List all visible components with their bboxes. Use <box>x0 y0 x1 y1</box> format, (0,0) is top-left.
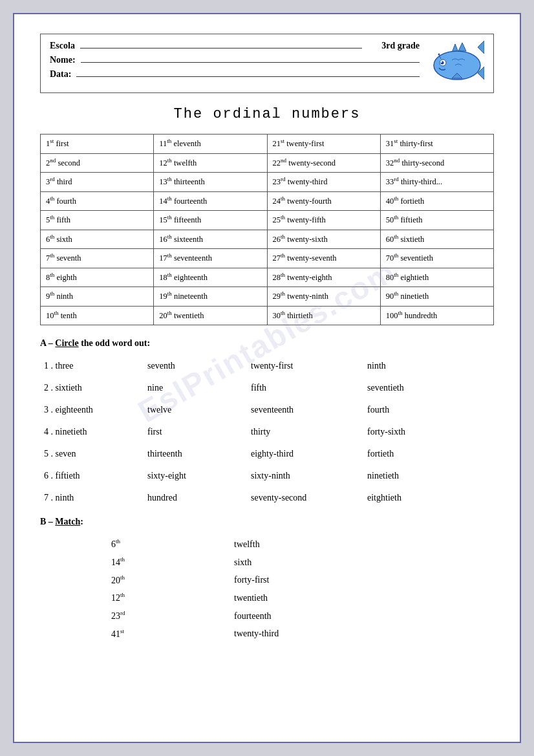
ord-num: 1st first <box>46 139 69 148</box>
word-1: three <box>56 361 74 371</box>
fish-icon <box>433 41 484 86</box>
word-1: sixtieth <box>56 383 82 393</box>
data-underline <box>76 76 420 77</box>
page: EslPrintables.com Escola 3rd grade Nome:… <box>13 13 521 743</box>
ord-num: 21st twenty-first <box>273 139 325 148</box>
ord-num: 70th seventieth <box>386 254 433 263</box>
word-4: forty-sixth <box>363 424 467 440</box>
exercise-row: 7 . ninth hundred seventy-second eitghti… <box>40 490 494 506</box>
svg-marker-0 <box>478 41 484 54</box>
ord-num: 7th seventh <box>46 254 81 263</box>
svg-marker-3 <box>458 43 466 51</box>
ord-num: 19th nineteenth <box>159 292 208 301</box>
ord-num: 100th hundredth <box>386 311 438 320</box>
match-word: fourteenth <box>195 611 325 621</box>
word-4: ninth <box>363 358 467 374</box>
word-4: fortieth <box>363 446 467 462</box>
ex-num: 3 . eighteenth <box>40 402 144 418</box>
match-word: twenty-third <box>195 629 325 639</box>
svg-point-7 <box>441 61 442 63</box>
word-1: ninetieth <box>56 427 87 437</box>
ord-num: 17th seventeenth <box>159 254 212 263</box>
ord-num: 5th fifth <box>46 215 70 224</box>
word-2: first <box>144 424 247 440</box>
word-3: fifth <box>247 380 363 396</box>
page-title: The ordinal numbers <box>40 106 494 122</box>
ex-num: 1 . three <box>40 358 144 374</box>
word-4: ninetieth <box>363 468 467 484</box>
match-row: 23rd fourteenth <box>40 607 494 625</box>
match-row: 6th twelfth <box>40 535 494 553</box>
ord-num: 13th thirteenth <box>159 177 205 186</box>
ord-num: 15th fifteenth <box>159 215 201 224</box>
ord-num: 10th tenth <box>46 311 77 320</box>
match-ordinal-num: 23rd <box>40 610 195 621</box>
ord-num: 33rd thirty-third... <box>386 177 442 186</box>
escola-label: Escola <box>50 41 75 51</box>
nome-underline <box>81 62 420 63</box>
ord-num: 24th twenty-fourth <box>273 197 332 206</box>
word-3: seventy-second <box>247 490 363 506</box>
word-2: seventh <box>144 358 247 374</box>
ex-num: 7 . ninth <box>40 490 144 506</box>
data-line: Data: <box>50 69 420 80</box>
ord-num: 3rd third <box>46 177 72 186</box>
match-word: forty-first <box>195 575 325 585</box>
ord-num: 40th fortieth <box>386 197 424 206</box>
ord-num: 29th twenty-ninth <box>273 292 329 301</box>
ord-num: 4th fourth <box>46 197 76 206</box>
match-ordinal-num: 12th <box>40 592 195 603</box>
word-1: ninth <box>56 493 74 502</box>
ord-num: 27th twenty-seventh <box>273 254 337 263</box>
ord-num: 2nd second <box>46 158 80 167</box>
ord-num: 32nd thirty-second <box>386 158 445 167</box>
ex-num: 4 . ninetieth <box>40 424 144 440</box>
word-3: seventeenth <box>247 402 363 418</box>
ord-num: 9th ninth <box>46 292 73 301</box>
header-box: Escola 3rd grade Nome: Data: <box>40 34 494 93</box>
match-ordinal-num: 20th <box>40 574 195 586</box>
match-row: 41st twenty-third <box>40 625 494 643</box>
ord-num: 6th sixth <box>46 235 72 244</box>
ex-num: 2 . sixtieth <box>40 380 144 396</box>
row-number: 5 . <box>44 449 53 459</box>
word-2: hundred <box>144 490 247 506</box>
word-3: eighty-third <box>247 446 363 462</box>
ord-num: 60th sixtieth <box>386 235 424 244</box>
ex-num: 6 . fiftieth <box>40 468 144 484</box>
row-number: 1 . <box>44 361 53 371</box>
exercise-row: 5 . seven thirteenth eighty-third fortie… <box>40 446 494 462</box>
section-b: B – Match: 6th twelfth 14th sixth 20th f… <box>40 517 494 642</box>
ord-num: 80th eightieth <box>386 273 429 282</box>
ord-num: 18th eighteenth <box>159 273 208 282</box>
header-fields: Escola 3rd grade Nome: Data: <box>50 41 420 83</box>
match-row: 20th forty-first <box>40 571 494 589</box>
exercise-row: 2 . sixtieth nine fifth seventieth <box>40 380 494 396</box>
ex-num: 5 . seven <box>40 446 144 462</box>
ord-num: 25th twenty-fifth <box>273 215 326 224</box>
ord-num: 23rd twenty-third <box>273 177 328 186</box>
ord-num: 16th sixteenth <box>159 235 203 244</box>
word-2: sixty-eight <box>144 468 247 484</box>
ord-num: 26th twenty-sixth <box>273 235 328 244</box>
section-b-header-text: B – Match: <box>40 517 83 526</box>
word-4: seventieth <box>363 380 467 396</box>
ord-num: 50th fiftieth <box>386 215 423 224</box>
section-a-rows: 1 . three seventh twenty-first ninth 2 .… <box>40 358 494 506</box>
section-b-header: B – Match: <box>40 517 494 527</box>
match-rows: 6th twelfth 14th sixth 20th forty-first … <box>40 535 494 642</box>
ordinal-table: 1st first11th eleventh21st twenty-first3… <box>40 134 494 325</box>
nome-line: Nome: <box>50 55 420 65</box>
match-word: twentieth <box>195 593 325 603</box>
ord-num: 28th twenty-eighth <box>273 273 332 282</box>
ord-num: 11th eleventh <box>159 139 201 148</box>
match-row: 12th twentieth <box>40 589 494 607</box>
word-3: sixty-ninth <box>247 468 363 484</box>
grade-text: 3rd grade <box>381 41 420 51</box>
word-2: twelve <box>144 402 247 418</box>
section-a-header-text: A – Circle the odd word out: <box>40 338 150 348</box>
word-1: eighteenth <box>56 405 93 415</box>
escola-line: Escola 3rd grade <box>50 41 420 51</box>
svg-point-6 <box>441 61 444 65</box>
ord-num: 31st thirty-first <box>386 139 433 148</box>
